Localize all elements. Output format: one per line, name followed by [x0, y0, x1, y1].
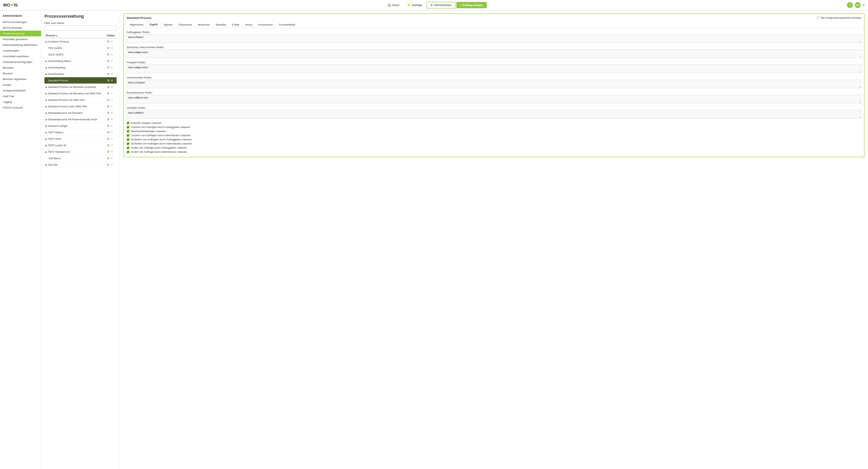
- copy-button[interactable]: ⧉: [107, 59, 110, 63]
- expand-icon[interactable]: ▶: [45, 112, 47, 114]
- table-row[interactable]: ▶Container Prozess ⧉ +: [44, 38, 117, 45]
- add-button[interactable]: +: [111, 149, 113, 154]
- sidebar-item-fehlerbenachrichtigungen[interactable]: Fehlerbenachrichtigungen: [0, 59, 41, 65]
- unterschreiber-einfach-input[interactable]: [127, 49, 861, 58]
- show-all-params-checkbox[interactable]: [817, 17, 819, 19]
- help-button[interactable]: ?: [847, 2, 853, 8]
- sidebar-item-moxis-einstellungen[interactable]: MOXIS Einstellungen: [0, 19, 41, 25]
- add-button[interactable]: +: [111, 39, 113, 44]
- table-row[interactable]: ▶Standardprozess mit PowerAutomate Hook …: [44, 116, 117, 123]
- add-button[interactable]: +: [111, 104, 113, 109]
- add-button[interactable]: +: [111, 97, 113, 102]
- table-row[interactable]: ▶Standard Prozess ohne SMS-TAN ⧉ +: [44, 103, 117, 110]
- sidebar-item-benutzer[interactable]: Benutzer: [0, 70, 41, 76]
- add-button[interactable]: +: [111, 65, 113, 70]
- table-row[interactable]: ▶TEST Lorenz W ⧉ +: [44, 142, 117, 149]
- sidebar-item-lizenzdatei-exportieren[interactable]: Lizenzdatei exportieren: [0, 54, 41, 59]
- checkbox-mehrfach[interactable]: [127, 130, 129, 133]
- tab-allgemeines[interactable]: Allgemeines: [127, 22, 147, 28]
- checkbox-aendernAuftrag[interactable]: [127, 147, 129, 149]
- table-row[interactable]: ▶Standard Prozess mit Biometrie (erweite…: [44, 84, 117, 90]
- copy-button[interactable]: ⧉: [107, 52, 110, 57]
- copy-button[interactable]: ⧉: [107, 143, 110, 148]
- table-row[interactable]: ▶Standardprozess mit Passwort ⧉ +: [44, 110, 117, 116]
- table-row[interactable]: ▶Standard Prozess mit Biometrie und SMS-…: [44, 90, 117, 97]
- add-button[interactable]: +: [111, 59, 113, 63]
- table-row[interactable]: ▶TEST David L ⧉ +: [44, 129, 117, 136]
- sidebar-item-prozessverwaltung[interactable]: Prozessverwaltung: [0, 31, 41, 36]
- avatar[interactable]: AH: [855, 2, 861, 8]
- expand-icon[interactable]: ▶: [45, 138, 47, 140]
- table-row[interactable]: ▶Standard Prozess ⧉ +: [44, 77, 117, 84]
- table-row[interactable]: QSIG ZertES ⧉ +: [44, 51, 117, 58]
- checkbox-schliessenAuftrag[interactable]: [127, 138, 129, 141]
- expand-icon[interactable]: ▶: [45, 92, 47, 95]
- sidebar-item-biometrie[interactable]: Biometrie: [0, 65, 41, 70]
- copy-button[interactable]: ⧉: [107, 104, 110, 108]
- copy-button[interactable]: ⧉: [107, 85, 110, 89]
- sidebar-item-auswertungen[interactable]: Auswertungen: [0, 48, 41, 54]
- copy-button[interactable]: ⧉: [107, 162, 110, 167]
- add-button[interactable]: +: [111, 45, 113, 50]
- table-row[interactable]: FES ZertES ⧉ +: [44, 45, 117, 51]
- sidebar-item-gruppe[interactable]: Gruppe: [0, 82, 41, 88]
- tab-hooks[interactable]: Hooks: [242, 22, 255, 28]
- tab-signatur[interactable]: Signatur: [160, 22, 176, 28]
- filter-input[interactable]: [44, 25, 117, 31]
- sidebar-item-gruppensichtbarkeit[interactable]: Gruppensichtbarkeit: [0, 88, 41, 93]
- copy-button[interactable]: ⧉: [107, 117, 110, 122]
- add-button[interactable]: +: [111, 78, 113, 83]
- add-button[interactable]: +: [111, 162, 113, 167]
- sidebar-item-nachverarbeitung-wiederholen[interactable]: Nachverarbeitung wiederholen: [0, 42, 41, 48]
- table-row[interactable]: ▶Test RM ⧉ +: [44, 162, 117, 168]
- copy-button[interactable]: ⧉: [107, 39, 110, 44]
- tab-kommentare[interactable]: Kommentare: [255, 22, 276, 28]
- tab-branding[interactable]: Branding: [213, 22, 229, 28]
- expand-icon[interactable]: ▶: [45, 66, 47, 69]
- add-button[interactable]: +: [111, 123, 113, 128]
- add-button[interactable]: +: [111, 111, 113, 115]
- expand-icon[interactable]: ▶: [45, 118, 47, 121]
- copy-button[interactable]: ⧉: [107, 136, 110, 141]
- copy-button[interactable]: ⧉: [107, 156, 110, 160]
- freigeber-rollen-input[interactable]: [127, 64, 861, 73]
- checkbox-schliessenAdmin[interactable]: [127, 142, 129, 145]
- expand-icon[interactable]: ▶: [45, 80, 47, 82]
- sidebar-item-logging[interactable]: Logging: [0, 99, 41, 105]
- sidebar-item-audit-trail[interactable]: Audit Trail: [0, 93, 41, 99]
- unterschreiber-rollen-input[interactable]: [127, 80, 861, 88]
- expand-icon[interactable]: ▶: [45, 151, 47, 153]
- expand-icon[interactable]: ▶: [45, 86, 47, 88]
- copy-button[interactable]: ⧉: [107, 98, 110, 102]
- expand-icon[interactable]: ▶: [45, 125, 47, 127]
- sidebar-item-moxis-branding[interactable]: MOXIS Branding: [0, 25, 41, 31]
- copy-button[interactable]: ⧉: [107, 124, 110, 128]
- add-button[interactable]: +: [111, 71, 113, 76]
- tab-e-mail[interactable]: E-Mail: [229, 22, 242, 28]
- sidebar-item-benutzer-registrieren[interactable]: Benutzer registrieren: [0, 76, 41, 82]
- auftraggeber-rollen-input[interactable]: [127, 34, 861, 43]
- table-row[interactable]: ▶TEST Domi ⧉ +: [44, 136, 117, 142]
- administration-button[interactable]: ⚙ Administration: [427, 2, 456, 8]
- add-button[interactable]: +: [111, 117, 113, 122]
- add-button[interactable]: +: [111, 91, 113, 96]
- col-process-header[interactable]: Prozess: [44, 33, 105, 38]
- copy-button[interactable]: ⧉: [107, 78, 110, 83]
- table-row[interactable]: Test Marco ⧉ +: [44, 155, 117, 162]
- expand-icon[interactable]: ▶: [45, 131, 47, 134]
- einsichtnehmer-rollen-input[interactable]: [127, 95, 861, 103]
- avatar-dropdown-icon[interactable]: ▼: [863, 4, 865, 6]
- show-all-params-label[interactable]: Alle Konfigurationsparameter anzeigen: [817, 17, 861, 19]
- add-button[interactable]: +: [111, 136, 113, 141]
- table-row[interactable]: ▶Swisscom Siegel ⧉ +: [44, 123, 117, 129]
- copy-button[interactable]: ⧉: [107, 111, 110, 115]
- table-row[interactable]: ▶Sammelauftrag ⧉ +: [44, 64, 117, 71]
- tab-formularfelder[interactable]: Formularfelder: [276, 22, 299, 28]
- tab-zugriff[interactable]: Zugriff: [147, 22, 160, 28]
- auftrag-anlegen-button[interactable]: + Auftrag anlegen: [457, 2, 487, 8]
- expand-icon[interactable]: ▶: [45, 99, 47, 101]
- copy-button[interactable]: ⧉: [107, 65, 110, 70]
- add-button[interactable]: +: [111, 130, 113, 135]
- expand-icon[interactable]: ▶: [45, 164, 47, 166]
- sidebar-item-dsgvo-auskunft[interactable]: DSGVO Auskunft: [0, 105, 41, 111]
